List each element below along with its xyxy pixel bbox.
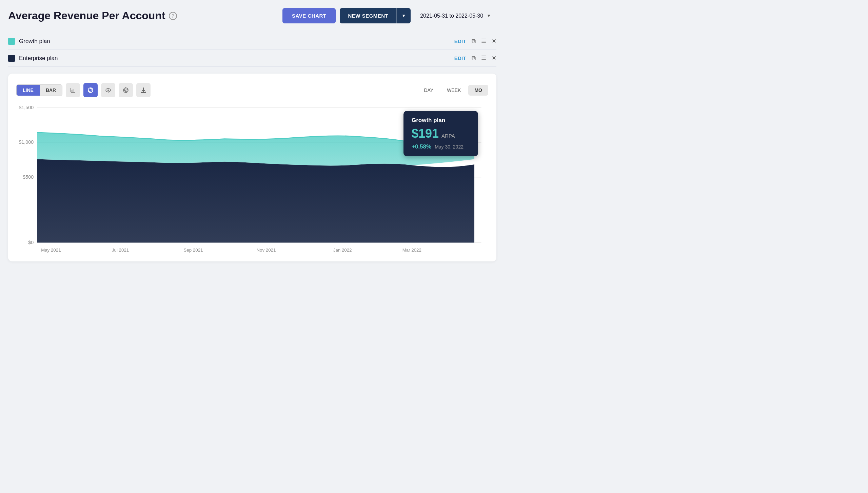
target-icon-button[interactable] bbox=[119, 83, 133, 97]
date-range-selector[interactable]: 2021-05-31 to 2022-05-30 ▼ bbox=[415, 9, 496, 22]
segment-color-enterprise bbox=[8, 55, 15, 62]
new-segment-button[interactable]: NEW SEGMENT bbox=[340, 8, 396, 23]
segment-close-button-growth[interactable]: ✕ bbox=[492, 38, 496, 45]
save-chart-button[interactable]: SAVE CHART bbox=[282, 8, 336, 23]
segment-label-growth: Growth plan bbox=[19, 38, 50, 45]
axis-icon bbox=[70, 87, 76, 94]
segment-left-enterprise: Enterprise plan bbox=[8, 55, 58, 62]
svg-point-11 bbox=[125, 90, 126, 91]
segment-copy-button-enterprise[interactable]: ⧉ bbox=[472, 55, 476, 62]
period-week-button[interactable]: WEEK bbox=[441, 85, 467, 96]
svg-text:Nov 2021: Nov 2021 bbox=[256, 248, 276, 253]
svg-text:$1,000: $1,000 bbox=[19, 139, 34, 145]
svg-text:$500: $500 bbox=[23, 174, 34, 180]
chart-container: LINE BAR bbox=[8, 74, 496, 261]
period-day-button[interactable]: DAY bbox=[418, 85, 439, 96]
svg-text:$0: $0 bbox=[28, 240, 34, 245]
title-group: Average Revenue Per Account ? bbox=[8, 9, 177, 22]
chart-type-bar-button[interactable]: BAR bbox=[40, 85, 62, 96]
chart-toolbar: LINE BAR bbox=[16, 83, 488, 97]
svg-text:May 2021: May 2021 bbox=[41, 248, 61, 253]
segment-copy-button-growth[interactable]: ⧉ bbox=[472, 38, 476, 45]
sync-icon-button[interactable] bbox=[83, 83, 98, 97]
chart-type-line-button[interactable]: LINE bbox=[17, 85, 40, 96]
segment-menu-button-enterprise[interactable]: ☰ bbox=[481, 55, 486, 62]
new-segment-button-group: NEW SEGMENT ▼ bbox=[340, 8, 411, 23]
download-icon bbox=[140, 87, 147, 94]
chart-endpoint-dot bbox=[472, 139, 477, 144]
filter-icon bbox=[105, 87, 112, 94]
segment-actions-enterprise: EDIT ⧉ ☰ ✕ bbox=[454, 55, 496, 62]
page-header: Average Revenue Per Account ? SAVE CHART… bbox=[8, 8, 496, 23]
chart-toolbar-right: DAY WEEK MO bbox=[418, 85, 488, 96]
segment-menu-button-growth[interactable]: ☰ bbox=[481, 38, 486, 45]
segment-actions-growth: EDIT ⧉ ☰ ✕ bbox=[454, 38, 496, 45]
date-range-text: 2021-05-31 to 2022-05-30 bbox=[420, 13, 483, 19]
date-range-caret-icon: ▼ bbox=[487, 13, 491, 18]
svg-text:Jul 2021: Jul 2021 bbox=[112, 248, 129, 253]
new-segment-caret-button[interactable]: ▼ bbox=[396, 8, 411, 23]
svg-text:Mar 2022: Mar 2022 bbox=[402, 248, 421, 253]
segment-close-button-enterprise[interactable]: ✕ bbox=[492, 55, 496, 62]
svg-text:Sep 2021: Sep 2021 bbox=[184, 248, 203, 253]
period-month-button[interactable]: MO bbox=[468, 85, 488, 96]
chart-svg: $1,500 $1,000 $500 $0 May 2021 Jul 2021 … bbox=[16, 104, 488, 253]
page-title: Average Revenue Per Account bbox=[8, 9, 165, 22]
segment-edit-button-growth[interactable]: EDIT bbox=[454, 38, 466, 44]
svg-text:Jan 2022: Jan 2022 bbox=[333, 248, 352, 253]
chart-area: $1,500 $1,000 $500 $0 May 2021 Jul 2021 … bbox=[16, 104, 488, 253]
segment-row-growth: Growth plan EDIT ⧉ ☰ ✕ bbox=[8, 33, 496, 50]
svg-point-8 bbox=[107, 90, 109, 91]
svg-text:$1,500: $1,500 bbox=[19, 105, 34, 110]
axis-icon-button[interactable] bbox=[66, 83, 80, 97]
segment-edit-button-enterprise[interactable]: EDIT bbox=[454, 55, 466, 61]
segment-color-growth bbox=[8, 38, 15, 45]
download-icon-button[interactable] bbox=[136, 83, 151, 97]
segment-label-enterprise: Enterprise plan bbox=[19, 55, 58, 62]
chart-toolbar-left: LINE BAR bbox=[16, 83, 151, 97]
sync-icon bbox=[87, 87, 94, 94]
segment-left-growth: Growth plan bbox=[8, 38, 50, 45]
target-icon bbox=[122, 87, 129, 94]
header-actions: SAVE CHART NEW SEGMENT ▼ 2021-05-31 to 2… bbox=[282, 8, 496, 23]
chart-type-group: LINE BAR bbox=[16, 84, 62, 96]
segment-row-enterprise: Enterprise plan EDIT ⧉ ☰ ✕ bbox=[8, 50, 496, 67]
help-icon[interactable]: ? bbox=[169, 12, 177, 20]
filter-icon-button[interactable] bbox=[101, 83, 115, 97]
page-container: Average Revenue Per Account ? SAVE CHART… bbox=[8, 8, 496, 261]
